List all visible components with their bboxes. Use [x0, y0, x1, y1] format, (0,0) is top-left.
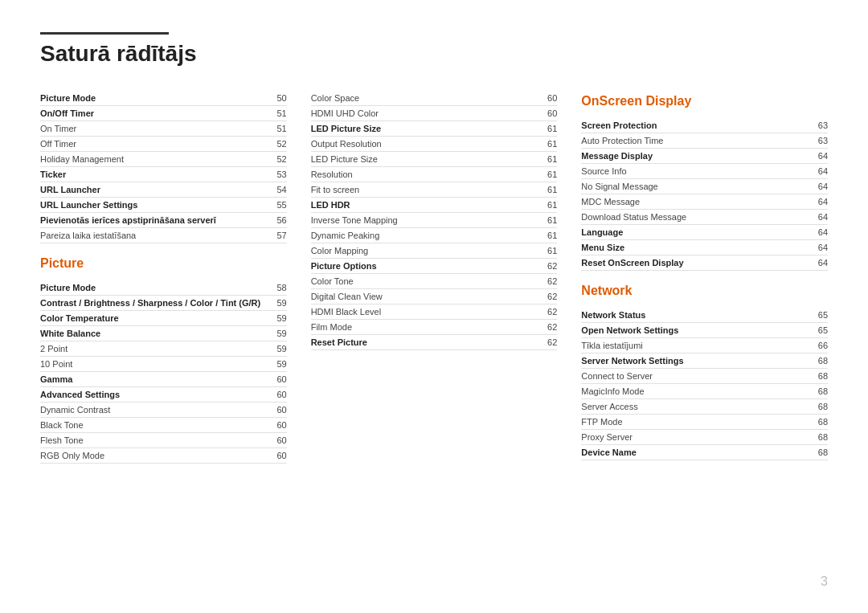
entry-num: 68: [808, 432, 828, 442]
entry-label: Contrast / Brightness / Sharpness / Colo…: [40, 298, 267, 308]
entry-label: Reset OnScreen Display: [581, 258, 808, 268]
entry-label: Film Mode: [311, 322, 538, 332]
toc-entry: Pievienotās ierīces apstiprināšana serve…: [40, 213, 287, 228]
entry-num: 64: [808, 212, 828, 222]
entry-label: White Balance: [40, 329, 267, 338]
entry-label: No Signal Message: [581, 182, 808, 191]
entry-label: Source Info: [581, 166, 808, 176]
entry-num: 60: [267, 374, 287, 384]
column-2: Color Space60HDMI UHD Color60LED Picture…: [311, 91, 582, 476]
entry-label: FTP Mode: [581, 417, 808, 427]
entry-num: 64: [808, 258, 828, 268]
entry-label: Network Status: [581, 310, 808, 320]
entry-num: 54: [267, 185, 287, 194]
toc-entry: Fit to screen61: [311, 182, 558, 198]
entry-num: 60: [267, 405, 287, 415]
toc-entry: Reset OnScreen Display64: [581, 255, 828, 271]
toc-entry: Download Status Message64: [581, 210, 828, 225]
entry-num: 63: [808, 136, 828, 145]
toc-entry: Message Display64: [581, 149, 828, 164]
entry-label: Reset Picture: [311, 337, 538, 347]
entry-num: 64: [808, 227, 828, 237]
entry-num: 59: [267, 329, 287, 338]
toc-entry: Digital Clean View62: [311, 289, 558, 304]
entry-label: Digital Clean View: [311, 292, 538, 301]
entry-num: 64: [808, 151, 828, 161]
onscreen-heading: OnScreen Display: [581, 94, 828, 108]
entry-label: Picture Options: [311, 261, 538, 271]
entry-num: 61: [537, 246, 557, 255]
toc-entry: Dynamic Peaking61: [311, 228, 558, 243]
entry-num: 62: [537, 292, 557, 301]
entry-num: 64: [808, 243, 828, 252]
entry-num: 51: [267, 124, 287, 133]
entry-num: 62: [537, 337, 557, 347]
page-number: 3: [821, 574, 828, 589]
entry-num: 68: [808, 356, 828, 366]
toc-entry: Holiday Management52: [40, 152, 287, 167]
entry-label: Color Mapping: [311, 246, 538, 255]
entry-num: 68: [808, 402, 828, 411]
entry-label: Output Resolution: [311, 139, 538, 149]
entry-num: 64: [808, 166, 828, 176]
toc-entry: Off Timer52: [40, 137, 287, 152]
toc-entry: Server Network Settings68: [581, 353, 828, 369]
entry-num: 61: [537, 124, 557, 133]
entry-label: LED Picture Size: [311, 124, 538, 133]
entry-num: 61: [537, 154, 557, 164]
entry-num: 62: [537, 322, 557, 332]
toc-entry: Reset Picture62: [311, 335, 558, 350]
toc-entry: MagicInfo Mode68: [581, 384, 828, 399]
entry-label: Flesh Tone: [40, 435, 267, 445]
entry-label: Server Network Settings: [581, 356, 808, 366]
entry-num: 63: [808, 121, 828, 130]
entry-label: Off Timer: [40, 139, 267, 149]
toc-entry: URL Launcher54: [40, 182, 287, 198]
entry-num: 52: [267, 154, 287, 164]
entry-label: LED Picture Size: [311, 154, 538, 164]
entry-label: LED HDR: [311, 200, 538, 210]
entry-label: RGB Only Mode: [40, 451, 267, 460]
entry-label: URL Launcher Settings: [40, 200, 267, 210]
entry-label: Dynamic Peaking: [311, 231, 538, 240]
entry-label: Color Tone: [311, 276, 538, 286]
toc-entry: HDMI Black Level62: [311, 304, 558, 320]
entry-num: 61: [537, 215, 557, 225]
entry-label: Server Access: [581, 402, 808, 411]
toc-entry: Gamma60: [40, 372, 287, 387]
entry-label: MagicInfo Mode: [581, 386, 808, 396]
entry-label: Pievienotās ierīces apstiprināšana serve…: [40, 215, 267, 225]
entry-num: 62: [537, 276, 557, 286]
toc-entry: LED Picture Size61: [311, 152, 558, 167]
entry-label: Menu Size: [581, 243, 808, 252]
entry-label: Tīkla iestatījumi: [581, 341, 808, 350]
entry-num: 68: [808, 417, 828, 427]
toc-entry: HDMI UHD Color60: [311, 106, 558, 121]
entry-num: 59: [267, 359, 287, 369]
toc-entry: Device Name68: [581, 445, 828, 460]
toc-entry: Tīkla iestatījumi66: [581, 338, 828, 353]
entry-label: Connect to Server: [581, 371, 808, 381]
picture-heading: Picture: [40, 256, 287, 271]
toc-entry: Output Resolution61: [311, 137, 558, 152]
entry-label: Dynamic Contrast: [40, 405, 267, 415]
entry-label: Gamma: [40, 374, 267, 384]
entry-label: Advanced Settings: [40, 390, 267, 399]
entry-label: On/Off Timer: [40, 108, 267, 118]
toc-entry: Network Status65: [581, 308, 828, 323]
entry-num: 60: [537, 108, 557, 118]
entry-label: Picture Mode: [40, 283, 267, 292]
toc-entry: Picture Mode50: [40, 91, 287, 106]
network-heading: Network: [581, 284, 828, 298]
entry-label: HDMI UHD Color: [311, 108, 538, 118]
title-section: Saturā rādītājs: [40, 32, 828, 67]
entry-label: Open Network Settings: [581, 325, 808, 335]
toc-entry: 2 Point59: [40, 341, 287, 357]
entry-label: Device Name: [581, 447, 808, 457]
col2-entries-block: Color Space60HDMI UHD Color60LED Picture…: [311, 91, 558, 350]
entry-num: 60: [267, 435, 287, 445]
picture-block: Picture Picture Mode58Contrast / Brightn…: [40, 256, 287, 464]
toc-entry: Color Tone62: [311, 274, 558, 289]
toc-entry: Menu Size64: [581, 240, 828, 255]
toc-entry: Color Mapping61: [311, 243, 558, 259]
